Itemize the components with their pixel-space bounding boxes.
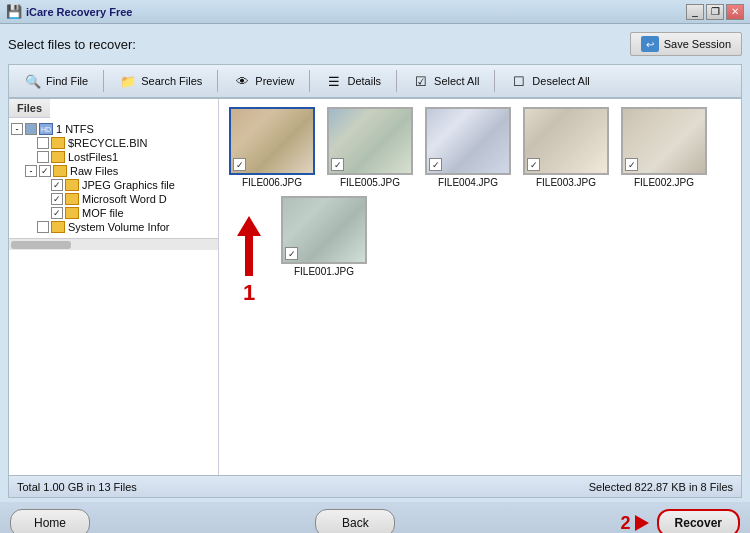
recover-label: Recover (675, 516, 722, 530)
thumb-checkbox-file004[interactable] (429, 158, 442, 171)
toolbar-separator (103, 70, 104, 92)
thumb-wrapper-file001[interactable] (281, 196, 367, 264)
tree-item-sysvolume[interactable]: System Volume Infor (11, 220, 216, 234)
toolbar-separator-5 (494, 70, 495, 92)
annotation-2-number: 2 (621, 513, 631, 534)
folder-icon-mof (65, 207, 79, 219)
find-file-button[interactable]: 🔍 Find File (13, 69, 99, 93)
tree-checkbox-msword[interactable] (51, 193, 63, 205)
tree-item-rawfiles[interactable]: - Raw Files (11, 164, 216, 178)
folder-icon-sysvolume (51, 221, 65, 233)
deselect-all-button[interactable]: ☐ Deselect All (499, 69, 600, 93)
tree-label-lostfiles: LostFiles1 (68, 151, 118, 163)
folder-icon-lostfiles (51, 151, 65, 163)
titlebar-controls: _ ❐ ✕ (686, 4, 744, 20)
folder-icon-msword (65, 193, 79, 205)
thumb-label-file005: FILE005.JPG (340, 177, 400, 188)
tree-checkbox-mof[interactable] (51, 207, 63, 219)
annotation-2-arrow (635, 515, 649, 531)
tree-checkbox-lostfiles[interactable] (37, 151, 49, 163)
titlebar-left: 💾 iCare Recovery Free (6, 4, 132, 19)
app-icon: 💾 (6, 4, 22, 19)
thumbnail-file003[interactable]: FILE003.JPG (521, 107, 611, 188)
tree-hscroll[interactable] (9, 238, 218, 250)
select-all-button[interactable]: ☑ Select All (401, 69, 490, 93)
details-button[interactable]: ☰ Details (314, 69, 392, 93)
back-button[interactable]: Back (315, 509, 395, 533)
tree-expand-rawfiles[interactable]: - (25, 165, 37, 177)
preview-button[interactable]: 👁 Preview (222, 69, 305, 93)
thumbnail-panel: FILE006.JPG FILE005.JPG FILE004.JPG (219, 99, 741, 475)
thumb-wrapper-file006[interactable] (229, 107, 315, 175)
tree-item-jpeg[interactable]: JPEG Graphics file (11, 178, 216, 192)
thumb-wrapper-file003[interactable] (523, 107, 609, 175)
recover-button[interactable]: Recover (657, 509, 740, 533)
tree-checkbox-ntfs[interactable] (25, 123, 37, 135)
thumb-wrapper-file005[interactable] (327, 107, 413, 175)
thumb-label-file001: FILE001.JPG (294, 266, 354, 277)
thumbnail-file004[interactable]: FILE004.JPG (423, 107, 513, 188)
tree-expand-ntfs[interactable]: - (11, 123, 23, 135)
tree-item-ntfs[interactable]: - HD 1 NTFS (11, 122, 216, 136)
home-label: Home (34, 516, 66, 530)
select-all-label: Select All (434, 75, 479, 87)
thumb-label-file002: FILE002.JPG (634, 177, 694, 188)
annotation-2-container: 2 (621, 513, 649, 534)
status-bar: Total 1.00 GB in 13 Files Selected 822.8… (8, 476, 742, 498)
tree-item-lostfiles[interactable]: LostFiles1 (11, 150, 216, 164)
save-session-button[interactable]: ↩ Save Session (630, 32, 742, 56)
thumb-checkbox-file001[interactable] (285, 247, 298, 260)
files-tab[interactable]: Files (9, 99, 50, 118)
thumbnail-file001[interactable]: FILE001.JPG (279, 196, 369, 326)
folder-icon-recycle (51, 137, 65, 149)
tree-label-mof: MOF file (82, 207, 124, 219)
tree-label-msword: Microsoft Word D (82, 193, 167, 205)
bottom-right: 2 Recover (621, 509, 740, 533)
thumbnail-file005[interactable]: FILE005.JPG (325, 107, 415, 188)
minimize-button[interactable]: _ (686, 4, 704, 20)
thumb-checkbox-file006[interactable] (233, 158, 246, 171)
folder-icon-rawfiles (53, 165, 67, 177)
titlebar: 💾 iCare Recovery Free _ ❐ ✕ (0, 0, 750, 24)
save-session-icon: ↩ (641, 36, 659, 52)
tree-item-mof[interactable]: MOF file (11, 206, 216, 220)
drive-icon-ntfs: HD (39, 123, 53, 135)
toolbar: 🔍 Find File 📁 Search Files 👁 Preview ☰ D… (8, 64, 742, 98)
thumb-label-file003: FILE003.JPG (536, 177, 596, 188)
tree-checkbox-rawfiles[interactable] (39, 165, 51, 177)
restore-button[interactable]: ❐ (706, 4, 724, 20)
file-tree-panel: Files - HD 1 NTFS $RECYCLE.BIN (9, 99, 219, 475)
folder-icon-jpeg (65, 179, 79, 191)
search-files-button[interactable]: 📁 Search Files (108, 69, 213, 93)
status-total: Total 1.00 GB in 13 Files (17, 481, 137, 493)
thumb-checkbox-file003[interactable] (527, 158, 540, 171)
details-label: Details (347, 75, 381, 87)
close-button[interactable]: ✕ (726, 4, 744, 20)
app-title: iCare Recovery Free (26, 6, 132, 18)
annotation-arrow-body (245, 236, 253, 276)
toolbar-separator-4 (396, 70, 397, 92)
find-file-icon: 🔍 (24, 73, 42, 89)
tree-item-msword[interactable]: Microsoft Word D (11, 192, 216, 206)
thumb-wrapper-file004[interactable] (425, 107, 511, 175)
thumbnail-file006[interactable]: FILE006.JPG (227, 107, 317, 188)
thumb-checkbox-file002[interactable] (625, 158, 638, 171)
page-subtitle: Select files to recover: (8, 37, 136, 52)
tree-item-recycle[interactable]: $RECYCLE.BIN (11, 136, 216, 150)
thumbnail-file002[interactable]: FILE002.JPG (619, 107, 709, 188)
annotation-arrow-head (237, 216, 261, 236)
tree-checkbox-jpeg[interactable] (51, 179, 63, 191)
tree-checkbox-recycle[interactable] (37, 137, 49, 149)
annotation-number: 1 (243, 280, 255, 306)
annotation-arrow: 1 (227, 196, 271, 326)
tree-label-jpeg: JPEG Graphics file (82, 179, 175, 191)
main-container: Select files to recover: ↩ Save Session … (0, 24, 750, 502)
tree-checkbox-sysvolume[interactable] (37, 221, 49, 233)
toolbar-separator-2 (217, 70, 218, 92)
thumb-wrapper-file002[interactable] (621, 107, 707, 175)
thumb-label-file006: FILE006.JPG (242, 177, 302, 188)
thumb-checkbox-file005[interactable] (331, 158, 344, 171)
home-button[interactable]: Home (10, 509, 90, 533)
find-file-label: Find File (46, 75, 88, 87)
bottom-bar: Home Back 2 Recover (0, 502, 750, 533)
